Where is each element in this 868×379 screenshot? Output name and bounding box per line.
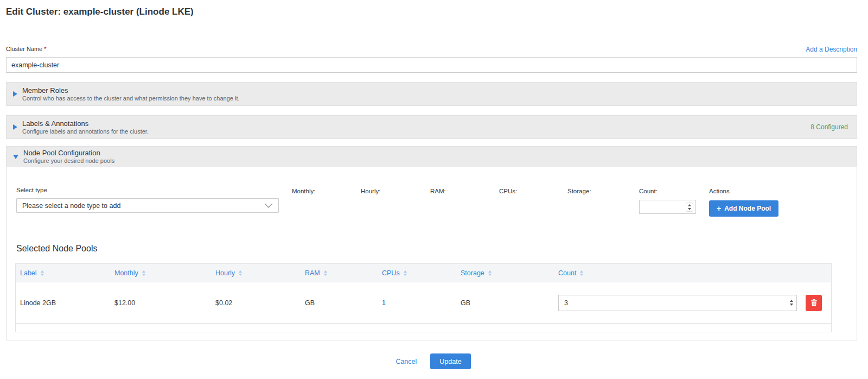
column-header-hourly[interactable]: Hourly [215,269,305,277]
delete-node-pool-button[interactable] [806,295,822,311]
row-count-input-wrapper [558,295,797,311]
member-roles-title: Member Roles [22,86,848,95]
table-row: Linode 2GB $12.00 $0.02 GB 1 GB [16,282,831,323]
sort-icon [404,270,407,276]
configured-count-badge: 8 Configured [810,123,848,131]
column-header-count[interactable]: Count [558,269,831,277]
sort-icon [324,270,327,276]
edit-cluster-page: Edit Cluster: example-cluster (Linode LK… [0,0,868,369]
hourly-label: Hourly: [361,187,430,194]
sort-icon [41,270,44,276]
node-type-select-placeholder: Please select a node type to add [22,202,120,210]
column-header-text: Count [558,269,576,277]
column-header-text: Storage [461,269,484,277]
count-input[interactable] [642,203,686,211]
accordion-node-pool-configuration[interactable]: Node Pool Configuration Configure your d… [7,147,857,167]
column-header-cpus[interactable]: CPUs [382,269,461,277]
required-asterisk: * [44,46,46,52]
sort-icon [580,270,583,276]
update-button[interactable]: Update [430,353,470,369]
cell-storage: GB [461,299,558,307]
labels-annotations-subtitle: Configure labels and annotations for the… [22,128,810,135]
count-label: Count: [639,188,709,194]
member-roles-subtitle: Control who has access to the cluster an… [22,95,848,102]
actions-label: Actions [709,188,848,194]
accordion-member-roles[interactable]: Member Roles Control who has access to t… [6,82,857,106]
cell-monthly: $12.00 [114,299,215,307]
stepper-down-icon [688,208,691,210]
column-header-text: Hourly [215,269,235,277]
cell-label: Linode 2GB [16,299,114,307]
cancel-button[interactable]: Cancel [392,356,420,368]
actions-column: Actions + Add Node Pool [709,187,848,217]
page-title: Edit Cluster: example-cluster (Linode LK… [6,7,857,17]
node-pool-config-title: Node Pool Configuration [23,149,848,157]
count-stepper[interactable] [686,203,693,212]
cluster-name-label-group: Cluster Name* [6,43,47,53]
chevron-right-icon [13,124,17,130]
cell-count [558,295,831,311]
cell-hourly: $0.02 [215,299,305,307]
cell-cpus: 1 [382,299,461,307]
column-header-ram[interactable]: RAM [305,269,382,277]
cell-ram: GB [305,299,382,307]
cpus-label: CPUs: [499,187,567,194]
ram-label: RAM: [430,187,499,194]
column-header-text: CPUs [382,269,400,277]
cluster-name-input[interactable] [6,57,857,73]
row-count-input[interactable] [559,299,790,307]
count-input-wrapper [639,200,696,214]
add-description-link[interactable]: Add a Description [806,46,857,53]
column-header-monthly[interactable]: Monthly [114,269,215,277]
selected-node-pools-heading: Selected Node Pools [16,244,857,254]
select-type-column: Select type Please select a node type to… [16,187,292,213]
accordion-labels-annotations[interactable]: Labels & Annotations Configure labels an… [6,115,857,139]
column-header-text: RAM [305,269,320,277]
stepper-up-icon [790,300,793,302]
column-header-text: Label [20,269,37,277]
row-count-stepper[interactable] [790,300,793,306]
sort-icon [239,270,242,276]
add-node-pool-form: Select type Please select a node type to… [7,167,857,217]
column-header-label[interactable]: Label [16,269,114,277]
column-header-text: Monthly [114,269,138,277]
node-pool-config-body: Select type Please select a node type to… [7,167,857,340]
cluster-name-row: Cluster Name* Add a Description [6,43,857,53]
count-column: Count: [639,187,709,214]
member-roles-text: Member Roles Control who has access to t… [22,86,848,102]
trash-icon [810,299,818,307]
chevron-right-icon [13,91,17,97]
table-header-row: Label Monthly Hourly RAM CPUs Storage Co… [16,264,831,282]
sort-icon [488,270,492,276]
labels-annotations-title: Labels & Annotations [22,119,810,128]
column-header-storage[interactable]: Storage [461,269,558,277]
selected-node-pools-table: Label Monthly Hourly RAM CPUs Storage Co… [15,263,832,332]
sort-icon [142,270,145,276]
select-type-label: Select type [16,187,292,193]
monthly-label: Monthly: [292,187,361,194]
chevron-down-icon [13,155,18,159]
labels-annotations-text: Labels & Annotations Configure labels an… [22,119,810,135]
stepper-up-icon [688,204,691,206]
cluster-name-label: Cluster Name [6,46,42,52]
stepper-down-icon [790,304,793,306]
node-pool-configuration-panel: Node Pool Configuration Configure your d… [6,146,857,340]
node-pool-config-subtitle: Configure your desired node pools [23,157,848,165]
plus-icon: + [717,205,721,212]
node-type-select[interactable]: Please select a node type to add [16,198,279,213]
table-footer-row [16,323,831,332]
chevron-down-icon [264,203,273,208]
form-actions: Cancel Update [6,353,857,369]
add-node-pool-button[interactable]: + Add Node Pool [709,200,778,217]
node-pool-config-text: Node Pool Configuration Configure your d… [23,149,848,165]
add-node-pool-button-label: Add Node Pool [724,205,771,212]
storage-label: Storage: [567,187,639,194]
